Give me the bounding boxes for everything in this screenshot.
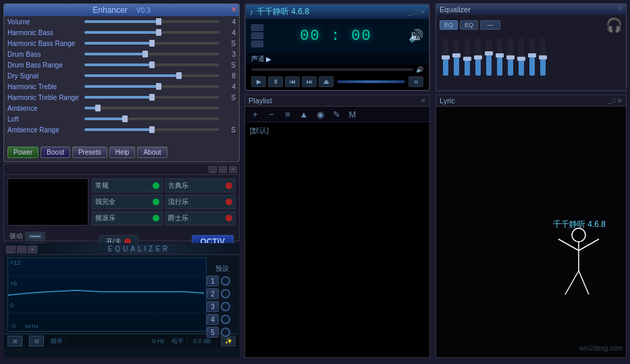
eq-vert-slider-6[interactable] (497, 38, 502, 76)
progress-bar[interactable] (251, 68, 413, 71)
lyric-minimize-btn[interactable]: _ (608, 97, 611, 104)
slider-track-ambience[interactable] (84, 107, 219, 109)
preset-num-1[interactable]: 1 (207, 276, 219, 286)
preset-num-5[interactable]: 5 (207, 327, 219, 338)
eq-vert-slider-1[interactable] (443, 38, 448, 76)
playlist-remove-btn[interactable]: − (265, 109, 278, 120)
preset-circle-2[interactable] (221, 289, 230, 298)
preset-num-3[interactable]: 3 (207, 301, 219, 312)
boost-button[interactable]: Boost (41, 147, 70, 158)
eq-vert-slider-2[interactable] (454, 38, 459, 76)
eq-bottom-max-btn[interactable]: □ (17, 246, 26, 253)
about-button[interactable]: About (137, 147, 167, 158)
eq-vert-slider-7[interactable] (508, 38, 513, 76)
preset-circle-4[interactable] (221, 315, 230, 324)
play-button[interactable]: ▶ (251, 76, 266, 87)
slider-row-harmonic-bass-range: Harmonic Bass Range S (4, 38, 239, 49)
lyric-panel: Lyric _ □ ✕ 千千静听 4.6.8 win2desg.com (436, 95, 627, 358)
eq-freq-label: 频率： (51, 337, 69, 346)
presets-button[interactable]: Presets (72, 147, 107, 158)
prev-button[interactable]: ⏮ (285, 76, 300, 87)
eq-bottom-min-btn[interactable]: _ (6, 246, 16, 253)
slider-value-volume: 4 (222, 18, 236, 26)
extra-btn[interactable]: ≋ (409, 76, 423, 87)
eq-footer-icon-1[interactable]: ⊞ (7, 336, 22, 346)
drive-icon (25, 232, 45, 241)
eq-footer-icon-2[interactable]: ⊟ (29, 336, 44, 346)
equalizer-panel: Equalizer ✕ EQ EQ — 🎧 (436, 3, 627, 91)
slider-track-dry-signal[interactable] (84, 74, 219, 77)
channel-label: 声道 (251, 54, 265, 63)
help-button[interactable]: Help (109, 147, 136, 158)
preset-circle-3[interactable] (221, 302, 230, 311)
slider-row-harmonic-bass: Harmonic Bass 4 (4, 27, 239, 38)
enhancer-title: Enhancer V0.3 ✕ (4, 4, 239, 16)
preset-num-4[interactable]: 4 (207, 314, 219, 325)
eq-vert-slider-3[interactable] (465, 38, 470, 76)
eq-vert-slider-10[interactable] (540, 38, 546, 76)
eq-vert-slider-5[interactable] (486, 38, 492, 76)
playlist-toolbar: + − ≡ ▲ ◉ ✎ M (245, 107, 429, 122)
mode-btn-pop[interactable]: 流行乐 (165, 194, 236, 209)
player-icon-btn-1[interactable]: ≡ (251, 24, 263, 31)
mode-panel-close-btn[interactable]: ✕ (229, 166, 237, 173)
eq-close-btn[interactable]: ✕ (617, 5, 623, 14)
slider-track-harmonic-treble-range[interactable] (84, 96, 219, 99)
playlist-close-btn[interactable]: ✕ (421, 97, 426, 104)
eq-vert-slider-9[interactable] (529, 38, 535, 76)
eq-label-plus6: +6 (10, 280, 20, 287)
preset-circle-5[interactable] (221, 328, 230, 337)
slider-track-harmonic-bass-range[interactable] (84, 42, 219, 45)
eq-btn-2[interactable]: EQ (460, 20, 478, 30)
volume-slider[interactable] (337, 80, 405, 83)
preset-circle-1[interactable] (221, 276, 230, 286)
eq-bottom-close-btn[interactable]: ✕ (28, 246, 37, 253)
playlist-content: [默认] (245, 122, 429, 350)
slider-track-loft[interactable] (84, 118, 219, 120)
lyric-maximize-btn[interactable]: □ (612, 97, 616, 104)
preset-num-2[interactable]: 2 (207, 288, 219, 299)
eq-vert-slider-8[interactable] (519, 38, 524, 76)
player-icon-btn-3[interactable]: ▤ (251, 41, 263, 47)
eq-btn-1[interactable]: EQ (440, 20, 458, 30)
mode-btn-normal[interactable]: 常规 (92, 178, 163, 192)
slider-track-ambience-range[interactable] (84, 128, 219, 131)
playlist-edit-btn[interactable]: ✎ (330, 109, 343, 120)
playlist-list-btn[interactable]: ≡ (281, 109, 294, 120)
player-icon-btn-2[interactable]: ⊞ (251, 32, 263, 39)
player-volume-icon: 🔊 (409, 28, 423, 43)
eq-presets-column: 预设 1 2 3 4 5 (207, 264, 237, 338)
mode-btn-complete[interactable]: 我完全 (92, 194, 163, 209)
playlist-up-btn[interactable]: ▲ (297, 109, 311, 120)
eq-vert-slider-4[interactable] (475, 38, 481, 76)
eq-bottom-title-text: EQUALIZER (39, 244, 239, 255)
enhancer-close-btn[interactable]: ✕ (231, 5, 237, 14)
playlist-add-btn[interactable]: + (248, 109, 262, 120)
slider-track-harmonic-treble[interactable] (84, 85, 219, 88)
next-button[interactable]: ⏭ (302, 76, 317, 87)
mode-panel-max-btn[interactable]: □ (219, 166, 227, 173)
mode-panel-min-btn[interactable]: _ (209, 166, 217, 173)
playlist-header: Playlist ✕ (245, 95, 429, 107)
slider-track-volume[interactable] (84, 20, 219, 23)
slider-label-harmonic-bass: Harmonic Bass (7, 29, 82, 36)
playlist-item-default[interactable]: [默认] (247, 124, 427, 137)
mode-btn-rock[interactable]: 摇滚乐 (92, 211, 163, 226)
power-button[interactable]: Power (7, 147, 38, 158)
slider-track-drum-bass[interactable] (84, 53, 219, 55)
slider-track-harmonic-bass[interactable] (84, 31, 219, 34)
playlist-circle-btn[interactable]: ◉ (313, 109, 327, 120)
mode-btn-classical[interactable]: 古典乐 (165, 178, 236, 192)
slider-track-drum-bass-range[interactable] (84, 63, 219, 66)
eq-graph-area[interactable]: +12 +6 0 -3 60TH (7, 257, 207, 332)
lyric-close-btn[interactable]: ✕ (617, 97, 623, 104)
playlist-title: Playlist (248, 97, 272, 105)
mode-btn-jazz[interactable]: 爵士乐 (165, 211, 236, 226)
slider-row-volume: Volume 4 (4, 16, 239, 27)
playlist-m-btn[interactable]: M (346, 109, 359, 120)
pause-button[interactable]: ⏸ (268, 76, 283, 87)
slider-value-drum-bass-range: S (222, 61, 236, 69)
eq-btn-3[interactable]: — (480, 20, 500, 30)
eject-button[interactable]: ⏏ (319, 76, 334, 87)
player-close-btn[interactable]: _ □ ✕ (409, 8, 425, 16)
